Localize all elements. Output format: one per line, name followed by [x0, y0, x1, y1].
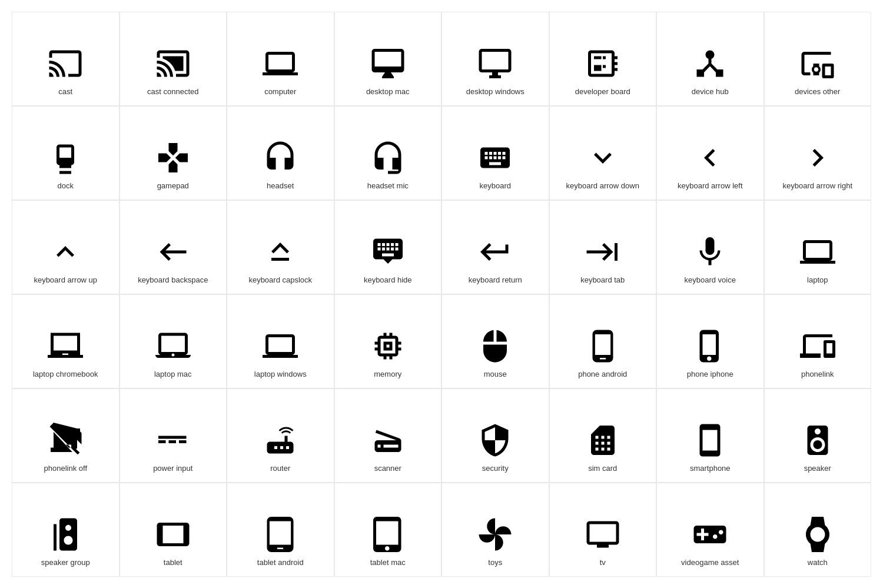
keyboard-tab-label: keyboard tab	[580, 275, 625, 285]
icon-item-keyboard-capslock: keyboard capslock	[227, 200, 334, 294]
sim-card-label: sim card	[588, 464, 617, 474]
watch-icon	[800, 517, 835, 552]
icon-item-keyboard-arrow-right: keyboard arrow right	[764, 106, 872, 200]
watch-label: watch	[808, 558, 828, 568]
security-label: security	[482, 464, 509, 474]
tablet-android-icon	[263, 517, 298, 552]
icon-item-keyboard-tab: keyboard tab	[549, 200, 657, 294]
keyboard-return-label: keyboard return	[469, 275, 522, 285]
memory-label: memory	[374, 370, 401, 380]
icon-item-laptop-chromebook: laptop chromebook	[12, 294, 119, 388]
laptop-chromebook-label: laptop chromebook	[33, 370, 98, 380]
desktop-mac-icon	[370, 46, 406, 81]
keyboard-arrow-up-icon	[48, 234, 83, 270]
phone-android-label: phone android	[578, 370, 627, 380]
icon-item-dock: dock	[12, 106, 119, 200]
developer-board-label: developer board	[575, 87, 630, 97]
tablet-mac-icon	[370, 517, 406, 552]
laptop-icon	[800, 234, 835, 270]
sim-card-icon	[585, 423, 620, 458]
keyboard-capslock-label: keyboard capslock	[248, 275, 312, 285]
cast-icon	[48, 46, 83, 81]
keyboard-arrow-right-label: keyboard arrow right	[783, 181, 853, 191]
icon-item-headset-mic: headset mic	[334, 106, 442, 200]
device-hub-label: device hub	[692, 87, 729, 97]
headset-mic-icon	[370, 140, 406, 175]
icon-item-keyboard-arrow-up: keyboard arrow up	[12, 200, 119, 294]
icon-item-keyboard-backspace: keyboard backspace	[119, 200, 227, 294]
icon-item-tv: tv	[549, 483, 657, 577]
icon-item-security: security	[442, 388, 549, 483]
phone-iphone-label: phone iphone	[687, 370, 733, 380]
desktop-windows-label: desktop windows	[466, 87, 525, 97]
phonelink-label: phonelink	[801, 370, 834, 380]
icon-item-desktop-mac: desktop mac	[334, 12, 442, 106]
headset-mic-label: headset mic	[367, 181, 409, 191]
keyboard-voice-label: keyboard voice	[685, 275, 736, 285]
icon-item-phone-iphone: phone iphone	[656, 294, 764, 388]
keyboard-backspace-icon	[155, 234, 191, 270]
keyboard-arrow-down-label: keyboard arrow down	[566, 181, 639, 191]
icon-item-laptop-windows: laptop windows	[227, 294, 334, 388]
laptop-windows-icon	[263, 328, 298, 364]
dock-icon	[48, 140, 83, 175]
icon-item-toys: toys	[442, 483, 549, 577]
router-label: router	[270, 464, 290, 474]
icon-item-device-hub: device hub	[656, 12, 764, 106]
power-input-icon	[155, 423, 191, 458]
icon-item-videogame-asset: videogame asset	[656, 483, 764, 577]
icon-item-tablet-mac: tablet mac	[334, 483, 442, 577]
icon-item-watch: watch	[764, 483, 872, 577]
icon-item-developer-board: developer board	[549, 12, 657, 106]
computer-label: computer	[264, 87, 296, 97]
computer-icon	[263, 46, 298, 81]
gamepad-label: gamepad	[157, 181, 189, 191]
tv-icon	[585, 517, 620, 552]
icon-grid: cast cast connected computer desktop mac…	[12, 12, 871, 577]
icon-item-speaker: speaker	[764, 388, 872, 483]
toys-label: toys	[488, 558, 502, 568]
cast-connected-icon	[155, 46, 191, 81]
desktop-windows-icon	[477, 46, 513, 81]
icon-item-tablet: tablet	[119, 483, 227, 577]
keyboard-return-icon	[477, 234, 513, 270]
keyboard-label: keyboard	[480, 181, 511, 191]
tv-label: tv	[600, 558, 606, 568]
phone-android-icon	[585, 328, 620, 364]
cast-label: cast	[58, 87, 72, 97]
laptop-windows-label: laptop windows	[254, 370, 307, 380]
icon-item-devices-other: devices other	[764, 12, 872, 106]
icon-item-phone-android: phone android	[549, 294, 657, 388]
keyboard-voice-icon	[692, 234, 728, 270]
icon-item-computer: computer	[227, 12, 334, 106]
gamepad-icon	[155, 140, 191, 175]
icon-item-router: router	[227, 388, 334, 483]
security-icon	[477, 423, 513, 458]
smartphone-icon	[692, 423, 728, 458]
icon-item-cast-connected: cast connected	[119, 12, 227, 106]
power-input-label: power input	[153, 464, 192, 474]
scanner-label: scanner	[374, 464, 401, 474]
icon-item-phonelink-off: phonelink off	[12, 388, 119, 483]
phone-iphone-icon	[692, 328, 728, 364]
speaker-icon	[800, 423, 835, 458]
keyboard-arrow-up-label: keyboard arrow up	[34, 275, 97, 285]
icon-item-mouse: mouse	[442, 294, 549, 388]
headset-label: headset	[267, 181, 294, 191]
mouse-icon	[477, 328, 513, 364]
dock-label: dock	[58, 181, 74, 191]
developer-board-icon	[585, 46, 620, 81]
icon-item-cast: cast	[12, 12, 119, 106]
phonelink-icon	[800, 328, 835, 364]
laptop-chromebook-icon	[48, 328, 83, 364]
icon-item-tablet-android: tablet android	[227, 483, 334, 577]
keyboard-hide-icon	[370, 234, 406, 270]
icon-item-laptop-mac: laptop mac	[119, 294, 227, 388]
icon-item-keyboard: keyboard	[442, 106, 549, 200]
icon-item-sim-card: sim card	[549, 388, 657, 483]
devices-other-label: devices other	[795, 87, 840, 97]
icon-item-gamepad: gamepad	[119, 106, 227, 200]
laptop-mac-icon	[155, 328, 191, 364]
keyboard-arrow-left-icon	[692, 140, 728, 175]
scanner-icon	[370, 423, 406, 458]
